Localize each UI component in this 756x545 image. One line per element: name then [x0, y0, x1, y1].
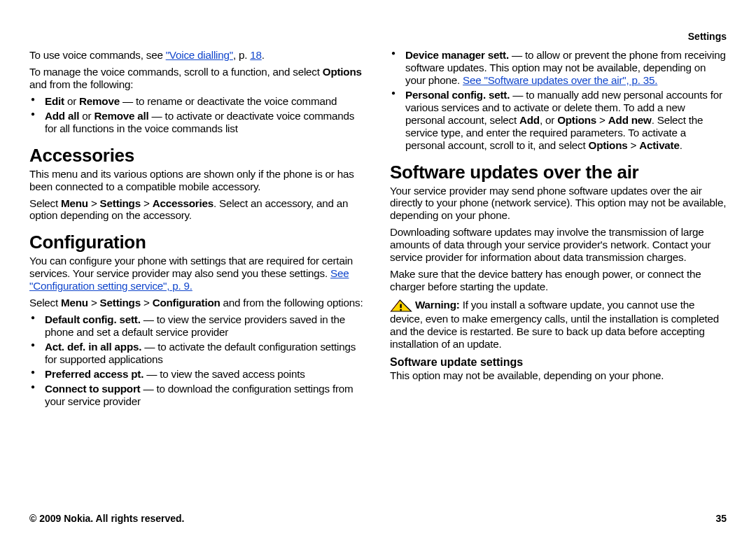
list-item: Personal config. sett. — to manually add…	[390, 89, 727, 152]
accessories-p2: Select Menu > Settings > Accessories. Se…	[29, 197, 366, 222]
software-updates-heading: Software updates over the air	[390, 162, 727, 183]
list-item: Act. def. in all apps. — to activate the…	[29, 341, 366, 366]
configuration-options-list-cont: Device manager sett. — to allow or preve…	[390, 49, 727, 152]
list-item: Default config. sett. — to view the serv…	[29, 313, 366, 339]
footer-copyright: © 2009 Nokia. All rights reserved.	[29, 513, 184, 524]
warning-label: Warning:	[415, 299, 460, 311]
svg-rect-2	[400, 304, 401, 309]
header-section-label: Settings	[688, 31, 727, 42]
software-updates-link[interactable]: See "Software updates over the air", p. …	[463, 74, 657, 86]
list-item: Preferred access pt. — to view the saved…	[29, 368, 366, 381]
accessories-p1: This menu and its various options are sh…	[29, 168, 366, 193]
warning-paragraph: Warning: If you install a software updat…	[390, 299, 727, 351]
left-column: To use voice commands, see "Voice dialli…	[29, 49, 366, 502]
footer: © 2009 Nokia. All rights reserved. 35	[29, 513, 727, 524]
software-update-settings-heading: Software update settings	[390, 356, 727, 369]
list-item: Add all or Remove all — to activate or d…	[29, 110, 366, 135]
list-item: Edit or Remove — to rename or deactivate…	[29, 95, 366, 108]
software-updates-p1: Your service provider may send phone sof…	[390, 185, 727, 222]
voice-dialling-page-link[interactable]: 18	[250, 49, 262, 61]
list-item: Connect to support — to download the con…	[29, 383, 366, 408]
configuration-p2: Select Menu > Settings > Configuration a…	[29, 297, 366, 309]
configuration-options-list: Default config. sett. — to view the serv…	[29, 313, 366, 408]
voice-commands-list: Edit or Remove — to rename or deactivate…	[29, 95, 366, 135]
software-updates-p3: Make sure that the device battery has en…	[390, 268, 727, 293]
page: Settings To use voice commands, see "Voi…	[0, 0, 756, 545]
voice-commands-intro: To use voice commands, see "Voice dialli…	[29, 49, 366, 62]
software-update-settings-p: This option may not be available, depend…	[390, 369, 727, 382]
accessories-heading: Accessories	[29, 145, 366, 167]
configuration-p1: You can configure your phone with settin…	[29, 255, 366, 292]
voice-dialling-link[interactable]: "Voice dialling"	[166, 49, 233, 61]
configuration-heading: Configuration	[29, 232, 366, 253]
svg-rect-3	[400, 309, 401, 311]
list-item: Device manager sett. — to allow or preve…	[390, 49, 727, 87]
right-column: Device manager sett. — to allow or preve…	[390, 49, 727, 502]
warning-icon	[390, 299, 412, 313]
software-updates-p2: Downloading software updates may involve…	[390, 226, 727, 264]
content-columns: To use voice commands, see "Voice dialli…	[29, 49, 727, 502]
footer-page-number: 35	[715, 513, 727, 524]
voice-commands-manage: To manage the voice commands, scroll to …	[29, 66, 366, 91]
